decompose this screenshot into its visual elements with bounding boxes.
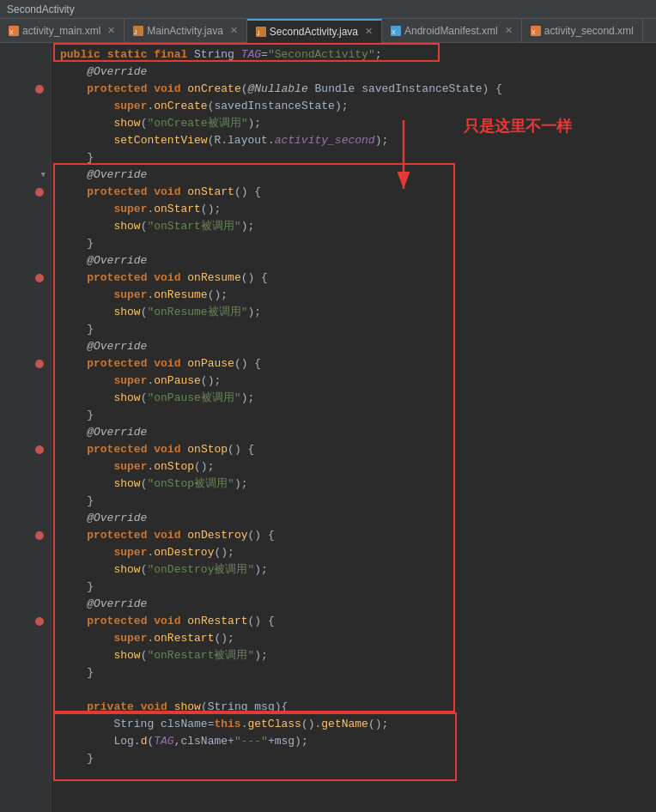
- code-line-21[interactable]: show ( "onPause被调用" );: [60, 390, 656, 407]
- code-line-26[interactable]: show ( "onStop被调用" );: [60, 476, 656, 493]
- code-line-1[interactable]: public static final String TAG = "Second…: [60, 46, 656, 64]
- code-line-8[interactable]: @Override: [60, 167, 656, 184]
- code-line-2[interactable]: @Override: [60, 64, 656, 81]
- gutter-line-9[interactable]: [0, 184, 51, 201]
- method-show-5: show: [113, 476, 140, 493]
- code-line-25[interactable]: super . onStop ();: [60, 458, 656, 476]
- gutter-line-24[interactable]: [0, 441, 51, 458]
- gutter-line-17: [0, 321, 51, 338]
- method-getclass: getClass: [247, 716, 301, 733]
- annotation-override-4: @Override: [60, 338, 147, 355]
- tab-close-icon[interactable]: ✕: [230, 25, 238, 36]
- gutter-line-19[interactable]: [0, 355, 51, 373]
- code-line-15[interactable]: super . onResume ();: [60, 287, 656, 304]
- gutter-line-3[interactable]: [0, 81, 51, 98]
- code-line-13[interactable]: @Override: [60, 252, 656, 270]
- gutter-line-6: [0, 132, 51, 149]
- breakpoint-dot-6[interactable]: [35, 531, 44, 540]
- code-line-42[interactable]: }: [60, 750, 656, 767]
- gutter-line-8: ▼: [0, 167, 51, 184]
- code-line-28[interactable]: @Override: [60, 510, 656, 527]
- breakpoint-dot-5[interactable]: [35, 445, 44, 454]
- code-line-35[interactable]: super . onRestart ();: [60, 630, 656, 647]
- code-line-12[interactable]: }: [60, 235, 656, 252]
- code-line-37[interactable]: }: [60, 664, 656, 682]
- gutter-line-35: [0, 630, 51, 647]
- xml-icon: X: [9, 26, 19, 36]
- tab-mainactivity[interactable]: J MainActivity.java ✕: [125, 19, 246, 43]
- code-line-20[interactable]: super . onPause ();: [60, 373, 656, 390]
- code-line-3[interactable]: protected void onCreate ( @Nullable Bund…: [60, 81, 656, 98]
- code-line-22[interactable]: }: [60, 407, 656, 424]
- gutter-line-29[interactable]: [0, 527, 51, 544]
- code-line-5[interactable]: show ( "onCreate被调用" );: [60, 115, 656, 132]
- tab-activity-second[interactable]: X activity_second.xml: [522, 19, 643, 43]
- gutter-line-36: [0, 647, 51, 664]
- breakpoint-dot-3[interactable]: [35, 274, 44, 282]
- gutter-line-15: [0, 287, 51, 304]
- kw-protected-5: protected: [87, 441, 147, 458]
- code-line-10[interactable]: super . onStart ();: [60, 201, 656, 218]
- gutter-line-27: [0, 493, 51, 510]
- code-line-16[interactable]: show ( "onResume被调用" );: [60, 304, 656, 321]
- title-bar: SecondActivity: [0, 0, 656, 19]
- code-line-4[interactable]: super . onCreate (savedInstanceState);: [60, 98, 656, 115]
- method-super-onstart: onStart: [154, 201, 201, 218]
- breakpoint-dot-7[interactable]: [35, 617, 44, 626]
- annotation-nullable: @Nullable: [248, 81, 308, 98]
- code-line-36[interactable]: show ( "onRestart被调用" );: [60, 647, 656, 664]
- field-activity-second: activity_second: [275, 132, 375, 149]
- code-line-23[interactable]: @Override: [60, 424, 656, 441]
- annotation-override-6: @Override: [60, 510, 147, 527]
- gutter-line-30: [0, 544, 51, 561]
- tab-close-icon[interactable]: ✕: [365, 26, 373, 37]
- gutter-line-22: [0, 407, 51, 424]
- tab-secondactivity[interactable]: J SecondActivity.java ✕: [247, 19, 382, 43]
- gutter-line-34[interactable]: [0, 613, 51, 630]
- gutter-line-12: [0, 235, 51, 252]
- code-line-14[interactable]: protected void onResume () {: [60, 270, 656, 287]
- kw-void-2: void: [154, 184, 180, 201]
- code-editor[interactable]: public static final String TAG = "Second…: [52, 43, 656, 812]
- code-line-38: [60, 682, 656, 699]
- svg-text:X: X: [531, 29, 536, 35]
- java-icon-active: J: [256, 27, 266, 37]
- fold-arrow-icon: ▼: [41, 171, 46, 179]
- tab-activity-main[interactable]: X activity_main.xml ✕: [0, 19, 125, 43]
- line-gutter: ▼: [0, 43, 52, 812]
- gutter-line-25: [0, 458, 51, 476]
- method-onstart: onStart: [187, 184, 234, 201]
- code-line-19[interactable]: protected void onPause () {: [60, 355, 656, 373]
- gutter-line-42: [0, 750, 51, 767]
- gutter-line-5: [0, 115, 51, 132]
- tab-label: MainActivity.java: [147, 25, 222, 37]
- annotation-override-7: @Override: [60, 596, 147, 613]
- code-line-41[interactable]: Log. d ( TAG ,clsName+ "---" +msg);: [60, 733, 656, 750]
- code-line-7[interactable]: }: [60, 149, 656, 167]
- code-line-29[interactable]: protected void onDestroy () {: [60, 527, 656, 544]
- code-line-33[interactable]: @Override: [60, 596, 656, 613]
- code-line-18[interactable]: @Override: [60, 338, 656, 355]
- code-line-9[interactable]: protected void onStart () {: [60, 184, 656, 201]
- tab-close-icon[interactable]: ✕: [107, 25, 115, 36]
- kw-void-5: void: [154, 441, 180, 458]
- code-line-24[interactable]: protected void onStop () {: [60, 441, 656, 458]
- breakpoint-dot[interactable]: [35, 85, 44, 94]
- method-show-4: show: [113, 390, 140, 407]
- code-line-11[interactable]: show ( "onStart被调用" );: [60, 218, 656, 235]
- tab-androidmanifest[interactable]: X AndroidManifest.xml ✕: [382, 19, 522, 43]
- code-line-31[interactable]: show ( "onDestroy被调用" );: [60, 561, 656, 579]
- code-line-34[interactable]: protected void onRestart () {: [60, 613, 656, 630]
- breakpoint-dot-4[interactable]: [35, 360, 44, 368]
- tab-close-icon[interactable]: ✕: [505, 25, 513, 36]
- gutter-line-14[interactable]: [0, 270, 51, 287]
- method-super-oncreate: onCreate: [154, 98, 207, 115]
- code-line-39[interactable]: private void show (String msg){: [60, 699, 656, 716]
- code-line-27[interactable]: }: [60, 493, 656, 510]
- code-line-30[interactable]: super . onDestroy ();: [60, 544, 656, 561]
- code-line-32[interactable]: }: [60, 579, 656, 596]
- code-line-17[interactable]: }: [60, 321, 656, 338]
- code-line-6[interactable]: setContentView (R.layout. activity_secon…: [60, 132, 656, 149]
- code-line-40[interactable]: String clsName= this . getClass (). getN…: [60, 716, 656, 733]
- breakpoint-dot-2[interactable]: [35, 188, 44, 197]
